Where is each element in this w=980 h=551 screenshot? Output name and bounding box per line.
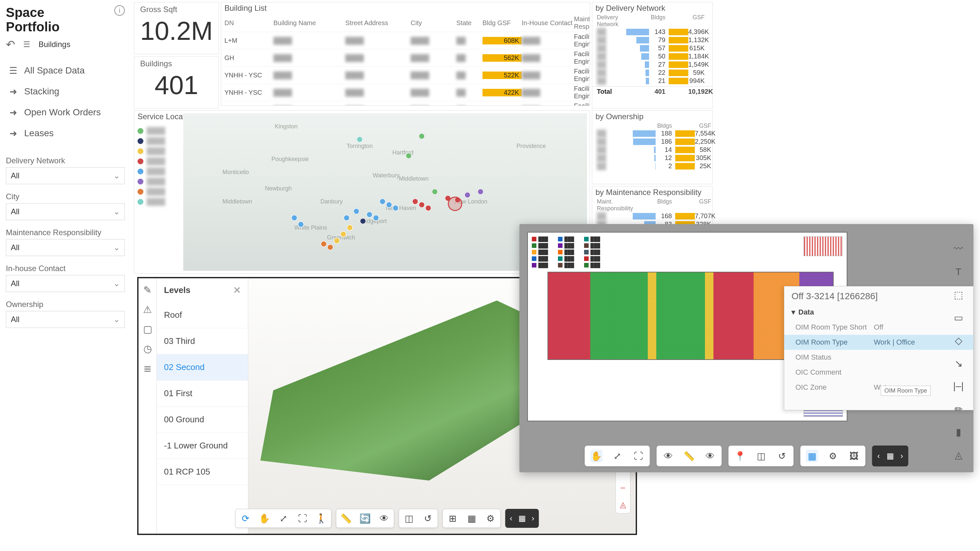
legend-item[interactable]: ████ [137,137,165,145]
back-icon[interactable]: ↶ [6,38,15,51]
map-point[interactable] [464,192,471,198]
map-point[interactable] [334,237,340,244]
legend-item[interactable]: ████ [137,178,165,185]
map-point[interactable] [418,202,425,208]
level-item[interactable]: -1 Lower Ground [157,433,248,459]
toolbar-button[interactable]: ⊞ [447,513,459,524]
chart-row[interactable]: ██1458K [592,146,713,154]
markup-tool-icon[interactable]: – [620,483,625,492]
chart-row[interactable]: ██2259K [592,68,713,77]
chart-row[interactable]: ██501,184K [592,52,713,60]
markup-tool-icon[interactable]: 〰 [952,242,965,256]
nav-item[interactable]: ➜Stacking [6,81,125,102]
legend-item[interactable]: ████ [137,188,165,195]
toolbar-button[interactable]: 🚶 [315,513,327,524]
chart-row[interactable]: ██21994K [592,77,713,85]
toolbar-button[interactable]: ⟳ [240,513,251,524]
nav-item[interactable]: ➜Open Work Orders [6,102,125,123]
toolbar-button[interactable]: ⚙ [485,513,496,524]
toolbar-button[interactable]: 📏 [340,513,352,524]
toolbar-button[interactable]: ⤢ [278,513,290,524]
toolbar-button[interactable]: 🖼 [848,450,860,462]
chart-row[interactable]: ██791,132K [592,36,713,44]
markup-tool-icon[interactable]: |–| [952,380,965,392]
toolbar-button[interactable]: 🔄 [360,513,371,524]
toolbar-button[interactable]: ◫ [755,450,767,462]
markup-tool-icon[interactable]: ↘ [952,357,965,370]
toolbar-button[interactable]: ⚙ [827,450,839,462]
markup-tool-icon[interactable]: ◬ [952,448,965,461]
legend-item[interactable]: ████ [137,157,165,165]
level-item[interactable]: 03 Third [157,328,248,354]
info-icon[interactable]: i [115,5,125,16]
toolbar-button[interactable]: ▦ [806,450,818,462]
markup-tool-icon[interactable]: ◇ [952,334,965,347]
chart-row[interactable]: ██1862,250K [592,138,713,146]
map-point[interactable] [360,218,366,224]
tool-icon[interactable]: ✎ [142,284,153,295]
toolbar-button[interactable]: ⛶ [632,450,644,462]
level-item[interactable]: 01 RCP 105 [157,459,248,485]
map-point[interactable] [343,214,350,221]
map-point[interactable] [386,202,392,208]
map-point-large[interactable] [448,197,462,211]
legend-item[interactable]: ████ [137,198,165,205]
filter-select[interactable]: All⌄ [6,167,125,184]
level-item[interactable]: 02 Second [157,354,248,381]
legend-item[interactable]: ████ [137,168,165,175]
map-point[interactable] [320,241,327,247]
markup-tool-icon[interactable]: ⬚ [952,288,965,301]
filter-select[interactable]: All⌄ [6,311,125,328]
level-item[interactable]: 01 First [157,381,248,407]
filter-select[interactable]: All⌄ [6,203,125,220]
level-item[interactable]: 00 Ground [157,407,248,433]
tool-icon[interactable]: ⚠ [142,304,153,315]
property-row[interactable]: OIM Status [784,350,973,365]
table-row[interactable]: L+M██████████████608K████Facilities Engi… [221,32,590,49]
toolbar-button[interactable]: ↺ [776,450,788,462]
chart-row[interactable]: ██271,549K [592,60,713,68]
tool-icon[interactable]: ◷ [142,343,153,354]
toolbar-button[interactable]: ✋ [259,513,270,524]
legend-item[interactable]: ████ [137,127,165,135]
map-point[interactable] [392,205,399,211]
map-point[interactable] [425,205,431,211]
toolbar-button[interactable]: ▦ [466,513,477,524]
markup-tool-icon[interactable]: ▭ [952,311,965,324]
view-switcher[interactable]: ‹▦› [505,509,539,528]
toolbar-button[interactable]: ◫ [403,513,415,524]
close-icon[interactable]: ✕ [233,285,241,295]
map-point[interactable] [379,198,386,205]
nav-item[interactable]: ☰All Space Data [6,60,125,81]
property-row[interactable]: OIC Comment [784,365,973,380]
filter-select[interactable]: All⌄ [6,275,125,292]
map-point[interactable] [477,189,484,195]
toolbar-button[interactable]: 👁 [378,513,390,524]
toolbar-button[interactable]: 📍 [734,450,746,462]
table-row[interactable]: YNHH - YSC██████████████522K████Faciliti… [221,66,590,84]
toolbar-button[interactable]: 👁 [704,450,716,462]
markup-tool-icon[interactable]: ◬ [620,500,626,509]
chart-row[interactable]: ██1887,554K [592,129,713,138]
legend-item[interactable]: ████ [137,147,165,155]
nav-item[interactable]: ➜Leases [6,123,125,144]
tool-icon[interactable]: ≣ [142,362,153,374]
table-row[interactable]: YNHH - YSC██████████████422K████Faciliti… [221,84,590,101]
chart-row[interactable]: ██225K [592,162,713,170]
map-point[interactable] [347,224,353,231]
markup-tool-icon[interactable]: ▮ [952,425,965,438]
toolbar-button[interactable]: ↺ [422,513,434,524]
map-point[interactable] [406,152,412,159]
map-point[interactable] [353,208,360,214]
markup-tool-icon[interactable]: T [952,265,965,278]
map-point[interactable] [373,214,379,221]
chart-row[interactable]: ██1687,707K [592,212,713,220]
property-row[interactable]: OIM Room TypeWork | Office [784,335,973,350]
map-point[interactable] [412,198,418,205]
level-item[interactable]: Roof [157,302,248,328]
chart-row[interactable]: ██1434,396K [592,28,713,36]
toolbar-button[interactable]: ⛶ [297,513,309,524]
tool-icon[interactable]: ▢ [142,323,153,335]
toolbar-button[interactable]: ⤢ [611,450,624,462]
map-point[interactable] [340,231,347,237]
